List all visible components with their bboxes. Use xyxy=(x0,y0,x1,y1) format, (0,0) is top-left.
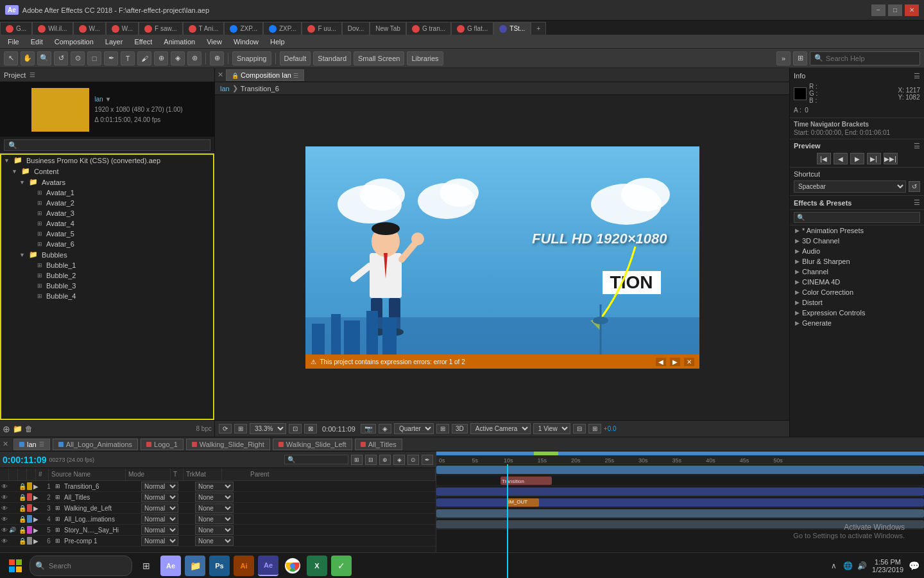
ae-taskbar-icon[interactable]: Ae xyxy=(160,556,181,576)
layer-visible-6[interactable]: 👁 xyxy=(0,538,9,545)
camera-orbit-tool[interactable]: ⊙ xyxy=(71,51,85,66)
layer-lock-4[interactable]: 🔒 xyxy=(18,516,27,523)
preview-next[interactable]: ▶| xyxy=(867,153,881,164)
timeline-tab-all-logo[interactable]: All_Logo_Animations xyxy=(53,439,138,450)
browser-tab[interactable]: Dov... xyxy=(342,22,370,35)
zoom-tool[interactable]: 🔍 xyxy=(37,51,51,66)
parent-select-4[interactable]: None xyxy=(195,514,234,524)
hand-tool[interactable]: ✋ xyxy=(21,51,35,66)
workspace-small-screen[interactable]: Small Screen xyxy=(354,51,404,66)
puppet-tool[interactable]: ⊕ xyxy=(210,51,224,66)
browser-tab[interactable]: ZXP... xyxy=(263,22,302,35)
layer-lock-2[interactable]: 🔒 xyxy=(18,494,27,501)
network-icon[interactable]: 🌐 xyxy=(843,561,853,571)
effect-generate[interactable]: ▶ Generate xyxy=(790,318,924,328)
viewer-safe-zones[interactable]: ⊟ xyxy=(573,424,586,434)
explorer-taskbar-icon[interactable]: 📁 xyxy=(185,556,205,576)
tree-item[interactable]: ⊞Bubble_4 xyxy=(1,291,213,301)
viewer-always-preview[interactable]: ⟳ xyxy=(219,424,232,434)
layer-expand-3[interactable]: ▶ xyxy=(33,505,42,512)
tl-btn-4[interactable]: ◈ xyxy=(393,455,405,465)
viewer-pixel[interactable]: ⊠ xyxy=(304,424,317,434)
layer-expand-1[interactable]: ▶ xyxy=(33,483,42,490)
tree-item[interactable]: ▼📁Bubbles xyxy=(1,249,213,260)
error-prev[interactable]: ◀ xyxy=(656,358,666,366)
browser-tab[interactable]: G flat... xyxy=(451,22,493,35)
preview-prev[interactable]: ◀ xyxy=(834,153,848,164)
shortcut-select[interactable]: Spacebar xyxy=(794,180,906,193)
viewer-comp-btn[interactable]: ⊞ xyxy=(234,424,247,434)
menu-window[interactable]: Window xyxy=(228,37,264,47)
folder-icon-btn[interactable]: 📁 xyxy=(13,425,22,434)
text-tool[interactable]: T xyxy=(121,51,135,66)
viewer-camera-select[interactable]: Active Camera xyxy=(470,423,531,434)
viewer-3d[interactable]: 3D xyxy=(452,424,468,434)
tl-btn-1[interactable]: ⊞ xyxy=(351,455,363,465)
mode-select-1[interactable]: Normal xyxy=(141,482,178,491)
checkmark-taskbar-icon[interactable]: ✓ xyxy=(331,556,352,576)
menu-effect[interactable]: Effect xyxy=(129,37,157,47)
selection-tool[interactable]: ↖ xyxy=(4,51,18,66)
viewer-transparency[interactable]: ◈ xyxy=(379,424,391,434)
info-menu[interactable]: ☰ xyxy=(914,72,920,80)
browser-tab[interactable]: T Ani... xyxy=(183,22,225,35)
up-arrow-tray[interactable]: ∧ xyxy=(828,561,839,571)
menu-layer[interactable]: Layer xyxy=(100,37,128,47)
layer-mode-5[interactable]: Normal xyxy=(141,525,180,535)
effects-menu[interactable]: ☰ xyxy=(914,198,920,207)
start-button[interactable] xyxy=(5,556,26,576)
menu-edit[interactable]: Edit xyxy=(26,37,48,47)
task-view-button[interactable]: ⊞ xyxy=(136,556,157,576)
effect-distort[interactable]: ▶ Distort xyxy=(790,297,924,308)
mode-select-4[interactable]: Normal xyxy=(141,514,178,524)
tree-item[interactable]: ▼📁Content xyxy=(1,166,213,177)
layer-visible-5[interactable]: 👁 xyxy=(0,527,9,534)
new-item-icon[interactable]: ⊕ xyxy=(3,424,10,434)
timeline-playhead[interactable] xyxy=(507,464,508,578)
project-search-input[interactable] xyxy=(4,139,210,151)
effect-animation-presets[interactable]: ▶ * Animation Presets xyxy=(790,225,924,236)
viewer-views-select[interactable]: 1 View xyxy=(533,423,570,434)
effect-color-correction[interactable]: ▶ Color Correction xyxy=(790,287,924,297)
browser-tab[interactable]: Wil.il... xyxy=(32,22,73,35)
layer-expand-4[interactable]: ▶ xyxy=(33,516,42,523)
volume-icon[interactable]: 🔊 xyxy=(857,561,867,571)
layer-lock-6[interactable]: 🔒 xyxy=(18,538,27,545)
layer-mode-2[interactable]: Normal xyxy=(141,493,180,502)
tree-item[interactable]: ⊞Avatar_1 xyxy=(1,188,213,198)
tree-item[interactable]: ⊞Avatar_3 xyxy=(1,208,213,218)
close-button[interactable]: ✕ xyxy=(905,4,919,16)
minimize-button[interactable]: − xyxy=(871,4,886,16)
search-help-input[interactable] xyxy=(826,55,916,62)
breadcrumb-lan[interactable]: lan xyxy=(220,85,230,92)
workspace-standard[interactable]: Standard xyxy=(313,51,351,66)
effect-expression-controls[interactable]: ▶ Expression Controls xyxy=(790,308,924,318)
chrome-taskbar-icon[interactable] xyxy=(282,556,303,576)
error-close[interactable]: ✕ xyxy=(684,358,694,366)
clone-tool[interactable]: ⊕ xyxy=(154,51,168,66)
effect-audio[interactable]: ▶ Audio xyxy=(790,246,924,256)
roto-tool[interactable]: ⊛ xyxy=(187,51,201,66)
effect-blur-sharpen[interactable]: ▶ Blur & Sharpen xyxy=(790,256,924,267)
browser-tab[interactable]: G tran... xyxy=(406,22,451,35)
parent-select-3[interactable]: None xyxy=(195,504,234,513)
tl-btn-5[interactable]: ⊙ xyxy=(407,455,419,465)
layer-mode-6[interactable]: Normal xyxy=(141,536,180,546)
preview-menu[interactable]: ☰ xyxy=(914,142,920,150)
menu-composition[interactable]: Composition xyxy=(49,37,99,47)
browser-tab[interactable]: W... xyxy=(73,22,106,35)
layer-visible-2[interactable]: 👁 xyxy=(0,494,9,501)
ps-taskbar-icon[interactable]: Ps xyxy=(209,556,230,576)
viewer-display-mode[interactable]: ⊞ xyxy=(436,424,449,434)
mode-select-3[interactable]: Normal xyxy=(141,504,178,513)
search-taskbar-button[interactable]: 🔍 Search xyxy=(30,556,132,576)
clock[interactable]: 1:56 PM 1/23/2019 xyxy=(872,558,903,574)
tree-item[interactable]: ⊞Avatar_5 xyxy=(1,229,213,239)
effect-cinema4d[interactable]: ▶ CINEMA 4D xyxy=(790,277,924,287)
timeline-close[interactable]: ✕ xyxy=(3,440,8,448)
ae-taskbar-icon2[interactable]: Ae xyxy=(258,556,278,576)
error-next[interactable]: ▶ xyxy=(670,358,680,366)
viewer-snapshot[interactable]: 📷 xyxy=(361,424,376,434)
preview-first[interactable]: |◀ xyxy=(817,153,831,164)
toolbar-icon-btn[interactable]: ⊞ xyxy=(793,51,807,66)
